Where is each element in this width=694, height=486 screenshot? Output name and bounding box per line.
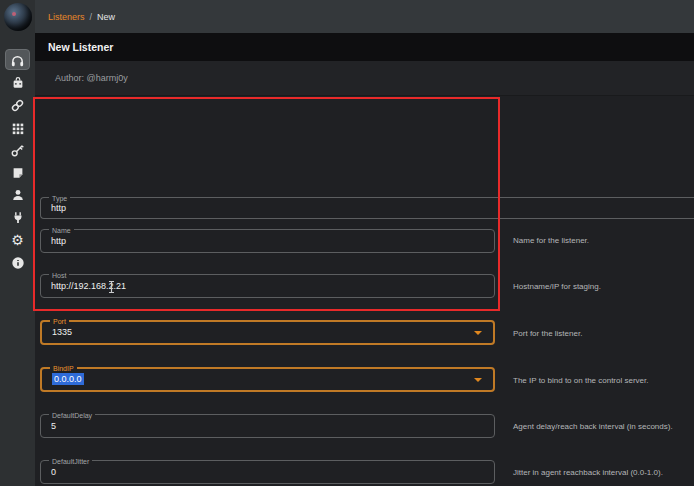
breadcrumb-listeners-link[interactable]: Listeners	[48, 12, 85, 22]
defaultdelay-input[interactable]: 5	[51, 415, 470, 437]
sidebar-item-settings[interactable]: ⚙	[0, 229, 35, 252]
type-value[interactable]: http	[51, 198, 670, 218]
breadcrumb: Listeners / New	[48, 0, 115, 33]
sidebar-item-agents[interactable]	[0, 94, 35, 117]
link-icon	[10, 98, 25, 113]
name-description: Name for the listener.	[513, 236, 693, 245]
grid-dots-icon	[11, 121, 25, 135]
host-input[interactable]: http://192.168.2.21	[51, 275, 470, 297]
sidebar-item-modules[interactable]	[0, 117, 35, 140]
breadcrumb-current: New	[97, 12, 115, 22]
breadcrumb-separator: /	[90, 12, 93, 22]
chevron-down-icon[interactable]	[474, 331, 482, 335]
defaultjitter-description: Jitter in agent reachback interval (0.0-…	[513, 468, 693, 477]
sidebar-item-listeners[interactable]	[0, 49, 35, 72]
selected-text: 0.0.0.0	[52, 373, 84, 385]
app-logo[interactable]	[4, 3, 32, 31]
author-text: Author: @harmj0y	[55, 61, 128, 95]
defaultjitter-field[interactable]: DefaultJitter 0	[40, 460, 495, 484]
note-icon	[11, 166, 25, 180]
sidebar-nav: ⚙	[0, 49, 35, 274]
port-input[interactable]: 1335	[52, 322, 469, 343]
chevron-down-icon[interactable]	[474, 378, 482, 382]
bindip-field[interactable]: BindIP 0.0.0.0	[40, 367, 495, 392]
author-bar: Author: @harmj0y	[35, 61, 694, 96]
port-description: Port for the listener.	[513, 329, 693, 338]
headphones-icon	[10, 53, 25, 68]
sidebar-item-credentials[interactable]	[0, 139, 35, 162]
person-icon	[11, 188, 25, 202]
info-icon	[11, 256, 25, 270]
gear-icon: ⚙	[11, 233, 24, 247]
bindip-input[interactable]: 0.0.0.0	[52, 369, 469, 390]
defaultdelay-description: Agent delay/reach back interval (in seco…	[513, 422, 693, 431]
defaultjitter-input[interactable]: 0	[51, 461, 470, 483]
host-description: Hostname/IP for staging.	[513, 282, 693, 291]
port-field[interactable]: Port 1335	[40, 320, 495, 345]
sidebar-item-users[interactable]	[0, 184, 35, 207]
sidebar: ⚙	[0, 0, 35, 486]
listener-form: Type http Name http Name for the listene…	[35, 96, 694, 486]
sidebar-item-about[interactable]	[0, 252, 35, 275]
defaultdelay-field[interactable]: DefaultDelay 5	[40, 414, 495, 438]
page-title: New Listener	[48, 33, 113, 61]
sidebar-item-plugins[interactable]	[0, 207, 35, 230]
sidebar-item-stagers[interactable]	[0, 72, 35, 95]
name-field[interactable]: Name http	[40, 229, 495, 253]
plug-icon	[11, 211, 25, 225]
name-input[interactable]: http	[51, 230, 470, 252]
key-icon	[10, 143, 25, 158]
type-field[interactable]: Type http	[40, 197, 694, 219]
title-bar: New Listener	[35, 33, 694, 61]
host-field[interactable]: Host http://192.168.2.21	[40, 274, 495, 298]
top-bar: Listeners / New	[35, 0, 694, 33]
briefcase-icon	[11, 76, 25, 90]
sidebar-item-reporting[interactable]	[0, 162, 35, 185]
bindip-description: The IP to bind to on the control server.	[513, 376, 693, 385]
